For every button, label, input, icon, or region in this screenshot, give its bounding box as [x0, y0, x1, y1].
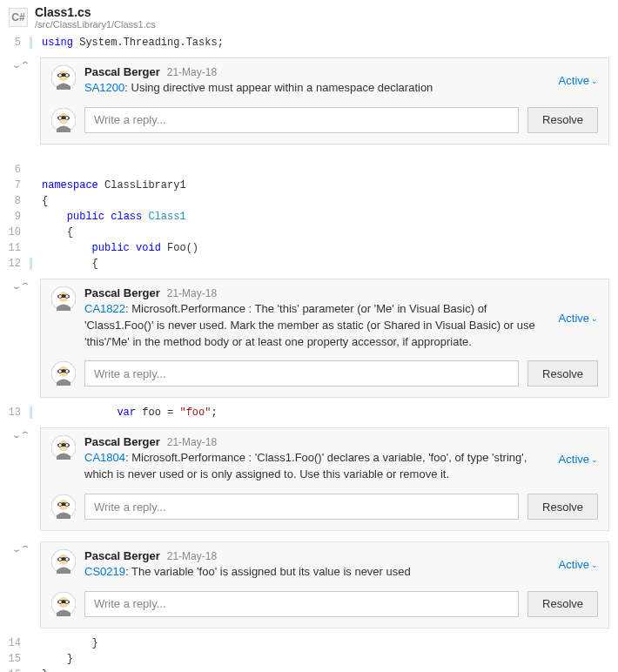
avatar — [51, 435, 76, 460]
reply-input[interactable] — [84, 591, 519, 617]
file-name: Class1.cs — [35, 5, 156, 19]
comment-body: SA1200: Using directive must appear with… — [84, 80, 550, 97]
code-line: 15 } — [0, 651, 618, 667]
code-line: 6 — [0, 162, 618, 178]
comment-author[interactable]: Pascal Berger — [84, 286, 160, 299]
code-line: 12 { — [0, 256, 618, 275]
code-line: 9 public class Class1 — [0, 209, 618, 225]
chevron-down-icon: ⌄ — [591, 77, 598, 85]
resolve-button[interactable]: Resolve — [527, 494, 598, 520]
avatar — [51, 286, 76, 311]
reply-input[interactable] — [84, 107, 519, 133]
change-marker — [30, 407, 32, 419]
collapse-handle-icon[interactable]: ⌄⌃ — [11, 282, 29, 291]
avatar — [51, 549, 76, 574]
resolve-button[interactable]: Resolve — [527, 360, 598, 386]
collapse-handle-icon[interactable]: ⌄⌃ — [11, 545, 29, 554]
avatar — [51, 108, 76, 132]
collapse-handle-icon[interactable]: ⌄⌃ — [11, 431, 29, 440]
file-path[interactable]: /src/ClassLibrary1/Class1.cs — [35, 19, 156, 30]
avatar — [51, 361, 76, 386]
rule-link[interactable]: CA1804 — [84, 451, 125, 464]
status-dropdown[interactable]: Active⌄ — [559, 65, 598, 97]
chevron-down-icon: ⌄ — [591, 314, 598, 323]
status-dropdown[interactable]: Active⌄ — [559, 549, 598, 581]
comment-card: Pascal Berger 21-May-18 CS0219: The vari… — [40, 541, 609, 628]
rule-link[interactable]: CS0219 — [84, 565, 125, 578]
change-marker — [30, 258, 32, 270]
resolve-button[interactable]: Resolve — [527, 591, 598, 617]
change-marker — [30, 37, 32, 49]
file-type-badge: C# — [9, 8, 28, 27]
code-line: 8 { — [0, 193, 618, 209]
reply-input[interactable] — [84, 360, 519, 386]
avatar — [51, 494, 76, 519]
comment-date: 21-May-18 — [167, 436, 217, 448]
avatar — [51, 592, 76, 616]
code-line: 7 namespace ClassLibrary1 — [0, 178, 618, 193]
line-number: 5 — [0, 35, 30, 54]
comment-date: 21-May-18 — [167, 287, 217, 299]
comment-body: CS0219: The variable 'foo' is assigned b… — [84, 564, 550, 581]
reply-input[interactable] — [84, 494, 519, 520]
comment-card: Pascal Berger 21-May-18 CA1804: Microsof… — [40, 427, 609, 531]
comment-body: CA1822: Microsoft.Performance : The 'thi… — [84, 301, 550, 351]
comment-date: 21-May-18 — [167, 550, 217, 562]
comment-card: Pascal Berger 21-May-18 SA1200: Using di… — [40, 57, 609, 144]
code-line: 11 public void Foo() — [0, 240, 618, 256]
file-header: C# Class1.cs /src/ClassLibrary1/Class1.c… — [0, 0, 618, 35]
comment-card: Pascal Berger 21-May-18 CA1822: Microsof… — [40, 279, 609, 399]
status-dropdown[interactable]: Active⌄ — [559, 435, 598, 483]
collapse-handle-icon[interactable]: ⌄⌃ — [11, 61, 29, 70]
rule-link[interactable]: CA1822 — [84, 302, 125, 315]
chevron-down-icon: ⌄ — [591, 561, 598, 569]
chevron-down-icon: ⌄ — [591, 455, 598, 464]
comment-author[interactable]: Pascal Berger — [84, 65, 160, 78]
code-line: 14 } — [0, 635, 618, 651]
status-dropdown[interactable]: Active⌄ — [559, 286, 598, 351]
resolve-button[interactable]: Resolve — [527, 107, 598, 133]
code-line: 16 } — [0, 667, 618, 672]
avatar — [51, 65, 76, 90]
comment-date: 21-May-18 — [167, 66, 217, 78]
comment-body: CA1804: Microsoft.Performance : 'Class1.… — [84, 450, 550, 483]
code-line: 13 var foo = "foo"; — [0, 405, 618, 424]
comment-author[interactable]: Pascal Berger — [84, 435, 160, 448]
rule-link[interactable]: SA1200 — [84, 81, 124, 94]
code-line: 5 using System.Threading.Tasks; — [0, 35, 618, 54]
code-line: 10 { — [0, 225, 618, 240]
comment-author[interactable]: Pascal Berger — [84, 549, 160, 562]
